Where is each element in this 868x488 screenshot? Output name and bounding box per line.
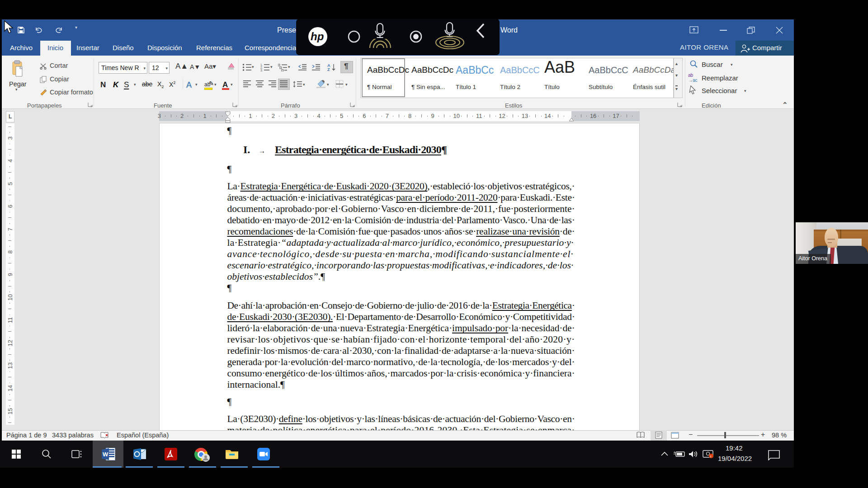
- svg-text:Z: Z: [327, 67, 330, 71]
- svg-text:W: W: [103, 451, 108, 458]
- svg-text:hp: hp: [311, 30, 324, 42]
- svg-text:3.: 3.: [260, 69, 263, 71]
- svg-text:!: !: [710, 455, 712, 459]
- svg-text:→: →: [688, 78, 693, 83]
- svg-text:ac: ac: [693, 78, 698, 83]
- svg-text:ab: ab: [688, 73, 693, 78]
